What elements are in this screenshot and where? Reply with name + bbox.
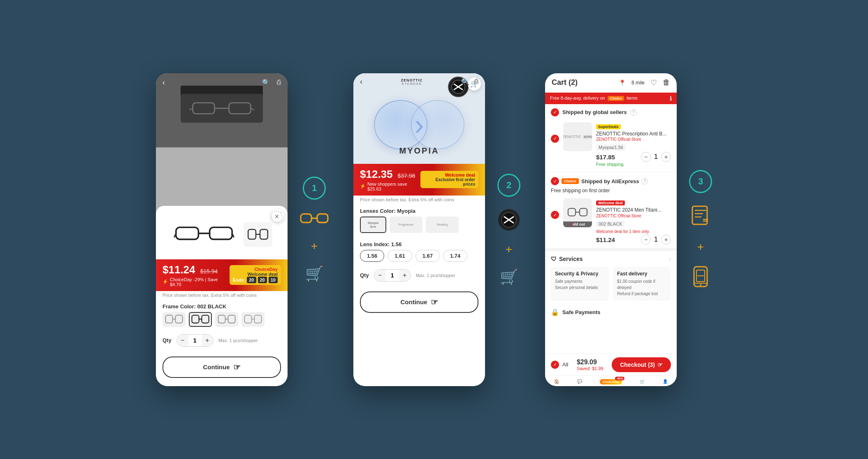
back-icon[interactable]: ‹ bbox=[162, 78, 165, 87]
checkout-button[interactable]: Checkout (3) ☞ bbox=[612, 357, 671, 372]
nav-choiceday[interactable]: ChoiceDay -60% bbox=[600, 379, 622, 384]
thumb-glasses-svg bbox=[247, 228, 269, 242]
item1-store[interactable]: ZENOTTIC Official Store bbox=[596, 137, 671, 142]
nav-home[interactable]: 🏠 bbox=[554, 379, 559, 384]
price-notice-2: Price shown before tax. Extra 5% off wit… bbox=[353, 196, 485, 204]
lens-index-label: Lens Index: 1.56 bbox=[353, 237, 485, 250]
index-161-btn[interactable]: 1.61 bbox=[388, 250, 412, 262]
all-label: All bbox=[562, 361, 568, 368]
phone-3: Cart (2) 📍 8 mile ♡ 🗑 Free 8-day-avg. de… bbox=[545, 73, 677, 386]
price-orig: $15.94 bbox=[200, 268, 218, 275]
info-icon-2: ? bbox=[641, 178, 648, 184]
nav-chat[interactable]: 💬 bbox=[577, 379, 582, 384]
item1-minus-btn[interactable]: − bbox=[641, 152, 651, 162]
welcome-deal-badge: Welcome deal Exclusive first order price… bbox=[420, 171, 478, 188]
color-swatch-2[interactable] bbox=[189, 312, 212, 327]
lenses-color-label: Lenses Color: Myopia bbox=[353, 204, 485, 217]
qty-plus-btn-2[interactable]: + bbox=[399, 270, 411, 281]
item1-check[interactable]: ✓ bbox=[551, 135, 559, 143]
lens-option-3[interactable]: Reading bbox=[426, 217, 459, 233]
section1-header: ✓ Shipped by global sellers ? bbox=[545, 104, 677, 119]
svg-rect-14 bbox=[175, 315, 182, 323]
item2-qty-stepper: − 1 + bbox=[641, 235, 671, 245]
step1-indicator: 1 bbox=[303, 177, 326, 200]
delivery-desc2: Refund if package lost bbox=[617, 291, 667, 297]
svg-rect-26 bbox=[317, 214, 328, 223]
item2-plus-btn[interactable]: + bbox=[661, 235, 671, 245]
choice-day-badge: ChoiceDay Welcome deal Ends: 20 20 10 bbox=[230, 265, 281, 285]
phone2-bg: ‹ ZENOTTIC EYEWEAR 🔍 ⎙ › bbox=[353, 73, 485, 164]
qty-value: 1 bbox=[188, 337, 202, 344]
phone-1: ‹ 🔍 ⎙ bbox=[156, 73, 288, 386]
color-swatch-4[interactable] bbox=[241, 312, 265, 327]
color-swatch-3[interactable] bbox=[215, 312, 238, 327]
search-icon-2[interactable]: 🔍 bbox=[461, 78, 469, 86]
price-notice: Price shown before tax. Extra 5% off wit… bbox=[156, 291, 288, 299]
nav-profile[interactable]: 👤 bbox=[663, 379, 668, 384]
qty-plus-btn[interactable]: + bbox=[202, 335, 213, 346]
color-swatch-1[interactable] bbox=[162, 312, 186, 327]
step3-col: 3 + bbox=[689, 170, 712, 289]
svg-rect-17 bbox=[202, 315, 209, 323]
choice-badge: Choice bbox=[562, 178, 579, 184]
item2-image: Sold out bbox=[563, 198, 592, 227]
price-orig-2: $37.98 bbox=[398, 172, 415, 179]
svg-point-51 bbox=[700, 284, 701, 286]
chevron-right-icon-services[interactable]: › bbox=[669, 255, 671, 263]
qty-row-2: Qty − 1 + Max. 1 pcs/shopper bbox=[353, 266, 485, 288]
svg-rect-13 bbox=[165, 315, 172, 323]
step2-indicator: 2 bbox=[497, 174, 520, 197]
section1-title: Shipped by global sellers bbox=[562, 109, 627, 115]
security-title: Security & Privacy bbox=[555, 271, 605, 277]
close-button[interactable]: ✕ bbox=[271, 211, 283, 222]
continue-button[interactable]: Continue ☞ bbox=[162, 356, 281, 378]
divider-1 bbox=[545, 172, 677, 172]
qty-minus-btn-2[interactable]: − bbox=[374, 270, 386, 281]
nav-cart[interactable]: 🛒 bbox=[640, 379, 645, 384]
services-section: 🛡 Services › Security & Privacy Safe pay… bbox=[545, 248, 677, 305]
lens-option-1[interactable]: Myopialens bbox=[360, 217, 386, 233]
share-icon-2[interactable]: ⎙ bbox=[474, 78, 478, 86]
max-note: Max. 1 pcs/shopper bbox=[218, 338, 258, 343]
item2-price-row: $11.24 − 1 + bbox=[596, 235, 671, 245]
index-167-btn[interactable]: 1.67 bbox=[415, 250, 440, 262]
index-174-btn[interactable]: 1.74 bbox=[443, 250, 467, 262]
all-check: ✓ All bbox=[551, 361, 568, 369]
lens-option-2[interactable]: Progressive bbox=[390, 217, 422, 233]
checkout-row: ✓ All $29.09 Saved: $1.99 Checkout (3) ☞ bbox=[545, 354, 677, 375]
delivery-desc1: $1.00 coupon code if delayed bbox=[617, 278, 667, 291]
item2-welcome-note: Welcome deal for 1 item only bbox=[596, 229, 671, 234]
continue-button-2[interactable]: Continue ☞ bbox=[360, 291, 478, 313]
svg-rect-6 bbox=[210, 227, 232, 239]
cart-header-icons: 📍 8 mile ♡ 🗑 bbox=[619, 78, 670, 87]
item2-check[interactable]: ✓ bbox=[551, 211, 559, 219]
brand-logo: ZENOTTIC EYEWEAR bbox=[401, 78, 423, 85]
item2-details: Welcome deal ZENOTTIC 2024 Men Titani...… bbox=[596, 198, 671, 245]
svg-rect-19 bbox=[218, 315, 225, 323]
item1-name: ZENOTTIC Prescription Anti B... bbox=[596, 130, 671, 137]
item2-store[interactable]: ZENOTTIC Official Store bbox=[596, 214, 671, 218]
qty-value-2: 1 bbox=[386, 272, 399, 279]
item2-variant: 002 BLACK bbox=[596, 221, 624, 227]
services-header: 🛡 Services › bbox=[551, 255, 671, 263]
frame-color-label: Frame Color: 002 BLACK bbox=[156, 299, 288, 312]
delete-icon[interactable]: 🗑 bbox=[663, 78, 670, 87]
main-glasses-svg bbox=[173, 224, 235, 245]
item1-plus-btn[interactable]: + bbox=[661, 152, 671, 162]
zenottic-badge-icon bbox=[498, 209, 520, 231]
cart-footer: ✓ All $29.09 Saved: $1.99 Checkout (3) ☞… bbox=[545, 354, 677, 386]
all-check-icon[interactable]: ✓ bbox=[551, 361, 559, 369]
item2-minus-btn[interactable]: − bbox=[641, 235, 651, 245]
price-main-2: $12.35 bbox=[360, 168, 393, 181]
index-156-btn[interactable]: 1.56 bbox=[360, 250, 384, 262]
location-icon: 📍 bbox=[619, 79, 626, 86]
countdown: Ends: 20 20 10 bbox=[233, 277, 278, 283]
search-icon[interactable]: 🔍 bbox=[262, 79, 270, 86]
share-icon[interactable]: ⎙ bbox=[277, 79, 281, 86]
qty-minus-btn[interactable]: − bbox=[177, 335, 188, 346]
phone-scan-icon bbox=[692, 266, 710, 289]
back-icon-2[interactable]: ‹ bbox=[360, 77, 362, 86]
main-container: ‹ 🔍 ⎙ bbox=[0, 0, 868, 459]
heart-icon[interactable]: ♡ bbox=[650, 78, 657, 87]
location-text: 8 mile bbox=[631, 80, 645, 86]
